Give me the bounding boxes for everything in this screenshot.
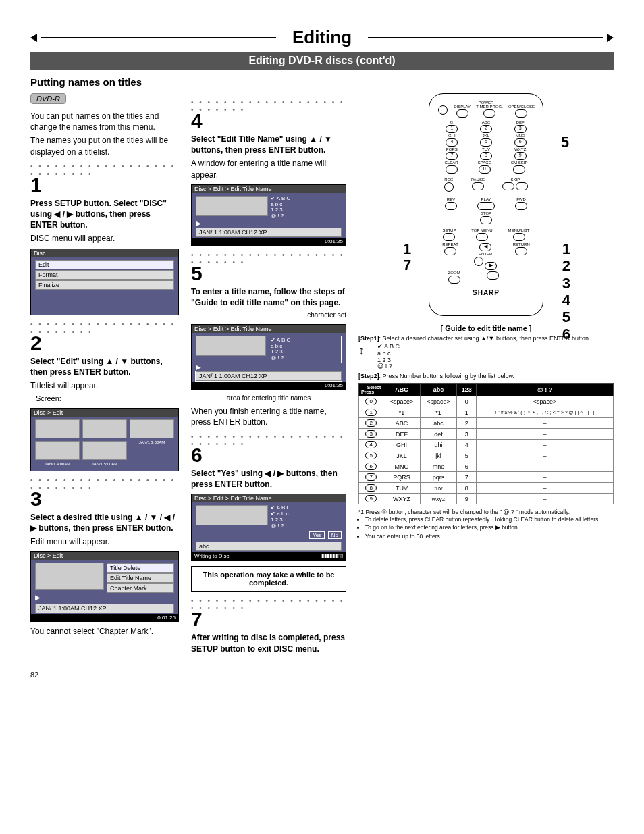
step-number-4: 4 <box>191 111 346 131</box>
play-icon: ▶ <box>35 594 174 601</box>
step-number-3: 3 <box>30 489 179 509</box>
disc-menu-header: Disc <box>31 249 178 257</box>
step-number-6: 6 <box>191 445 346 465</box>
guide-step2: [Step2]: Press Number buttons following … <box>358 373 614 380</box>
guide-charset: ✔ A B C a b c 1 2 3 @ ! ? <box>377 344 400 371</box>
charset-label: character set <box>191 311 346 320</box>
screen-header: Disc > Edit > Edit Title Name <box>192 494 346 502</box>
yes-button: Yes <box>309 531 325 539</box>
title-info-bar: JAN/ 1 1:00AM CH12 XP <box>196 228 342 237</box>
time-bar: 0:01:25 <box>192 238 346 245</box>
chapter-title: Editing <box>292 27 352 47</box>
screen-header: Disc > Edit > Edit Title Name <box>192 325 346 333</box>
title-thumb <box>196 196 268 216</box>
step6-instruction: Select "Yes" using ◀ / ▶ buttons, then p… <box>191 468 346 490</box>
step3-instruction: Select a desired title using ▲ / ▼ / ◀ /… <box>30 512 179 533</box>
entered-text: abc <box>196 542 342 551</box>
title-thumb: JAN/1 5:00AM <box>82 441 127 460</box>
time-bar: 0:01:25 <box>31 614 178 621</box>
step4-instruction: Select "Edit Title Name" using ▲ / ▼ but… <box>191 134 346 155</box>
step2-text: Titlelist will appear. <box>30 380 179 391</box>
step-number-1: 1 <box>30 175 179 195</box>
intro-para-1: You can put names on the titles and chan… <box>30 111 179 132</box>
charset-panel-boxed: ✔ A B C a b c 1 2 3 @ ! ? <box>269 336 342 363</box>
step4-text: A window for entering a title name will … <box>191 158 346 180</box>
disc-menu-screen: Disc Edit Format Finalize <box>30 249 179 315</box>
step7-instruction: After writing to disc is completed, pres… <box>191 632 346 654</box>
guide-title: [ Guide to edit title name ] <box>358 324 614 332</box>
edit-option: Chapter Mark <box>107 583 174 593</box>
step5-text: When you finish entering a title name, p… <box>191 406 346 427</box>
edit-option: Title Delete <box>107 563 174 573</box>
callout-number: 7 <box>403 257 411 274</box>
screen-header: Disc > Edit > Edit Title Name <box>192 185 346 193</box>
title-thumb <box>196 505 268 525</box>
title-thumb: JAN/1 1:00AM <box>35 419 80 438</box>
brand-logo: SHARP <box>435 289 537 296</box>
title-thumb: JAN/1 3:00AM <box>130 419 174 438</box>
callout-stack: 1 2 3 4 5 6 <box>562 240 570 343</box>
table-footnote: *1 Press ① button, character set will be… <box>358 509 614 516</box>
disc-menu-item: Edit <box>35 260 174 269</box>
callout-number: 5 <box>561 134 569 151</box>
step3-note: You cannot select "Chapter Mark". <box>30 626 179 637</box>
edit-title-screen: Disc > Edit > Edit Title Name ✔ A B C a … <box>191 184 346 246</box>
remote-diagram: POWER DISPLAY TIMER PROG. OPEN/CLOSE @!1… <box>429 93 543 316</box>
play-icon: ▶ <box>196 363 342 371</box>
charset-panel: ✔ A B C ✔ a b c 1 2 3 @ ! ? <box>271 505 342 529</box>
disc-menu-item: Finalize <box>35 280 174 290</box>
step2-instruction: Select "Edit" using ▲ / ▼ buttons, then … <box>30 356 179 377</box>
edit-menu-header: Disc > Edit <box>31 552 178 560</box>
edit-option: Edit Title Name <box>107 573 174 583</box>
title-entry-bar: JAN/ 1 1:00AM CH12 XP <box>196 371 342 381</box>
title-thumb: JAN/1 2:00AM <box>82 419 127 438</box>
step3-text: Edit menu will appear. <box>30 536 179 547</box>
step-number-7: 7 <box>191 609 346 629</box>
time-bar: 0:01:25 <box>192 382 346 389</box>
edit-menu-screen: Disc > Edit Title Delete Edit Title Name… <box>30 551 179 622</box>
intro-para-2: The names you put on the titles will be … <box>30 135 179 157</box>
edit-list-screen: Disc > Edit JAN/1 1:00AM JAN/1 2:00AM JA… <box>30 408 179 471</box>
step-number-5: 5 <box>191 263 346 284</box>
operation-note: This operation may take a while to be co… <box>191 566 346 592</box>
area-label: area for entering title names <box>191 394 346 403</box>
no-button: No <box>328 531 342 539</box>
guide-step1: [Step1]: Select a desired character set … <box>358 335 614 370</box>
guide-bullets: To delete letters, press CLEAR button re… <box>358 516 614 540</box>
guide-box: [ Guide to edit title name ] [Step1]: Se… <box>358 324 614 540</box>
title-thumb: JAN/1 4:00AM <box>35 441 80 460</box>
dvd-r-badge: DVD-R <box>30 93 66 104</box>
character-table: SelectPress ABC abc 123 @ ! ? 0<space><s… <box>358 383 614 504</box>
writing-bar: Writing to Disc▮▮▮▮▮▮▯▯ <box>192 552 346 560</box>
step1-instruction: Press SETUP button. Select "DISC" using … <box>30 198 179 231</box>
disc-menu-item: Format <box>35 270 174 280</box>
page-number: 82 <box>30 671 614 679</box>
callout-number: 1 <box>403 240 411 258</box>
title-thumb <box>35 563 104 590</box>
edit-title-screen-2: Disc > Edit > Edit Title Name ✔ A B C a … <box>191 324 346 390</box>
screen-label: Screen: <box>36 394 179 404</box>
edit-header: Disc > Edit <box>31 409 178 417</box>
play-icon: ▶ <box>196 219 342 227</box>
step1-text: DISC menu will appear. <box>30 233 179 244</box>
chapter-rule: Editing <box>30 27 614 48</box>
updown-arrow-icon: ↕ <box>358 344 364 357</box>
sub-section-bar: Editing DVD-R discs (cont'd) <box>30 52 614 70</box>
step-number-2: 2 <box>30 333 179 353</box>
title-thumb <box>196 336 266 356</box>
confirm-screen: Disc > Edit > Edit Title Name ✔ A B C ✔ … <box>191 494 346 561</box>
step5-instruction: To enter a title name, follow the steps … <box>191 286 346 308</box>
title-info-bar: JAN/ 1 1:00AM CH12 XP <box>35 604 174 613</box>
charset-panel: ✔ A B C a b c 1 2 3 @ ! ? <box>271 196 342 219</box>
section-title: Putting names on titles <box>30 76 614 88</box>
